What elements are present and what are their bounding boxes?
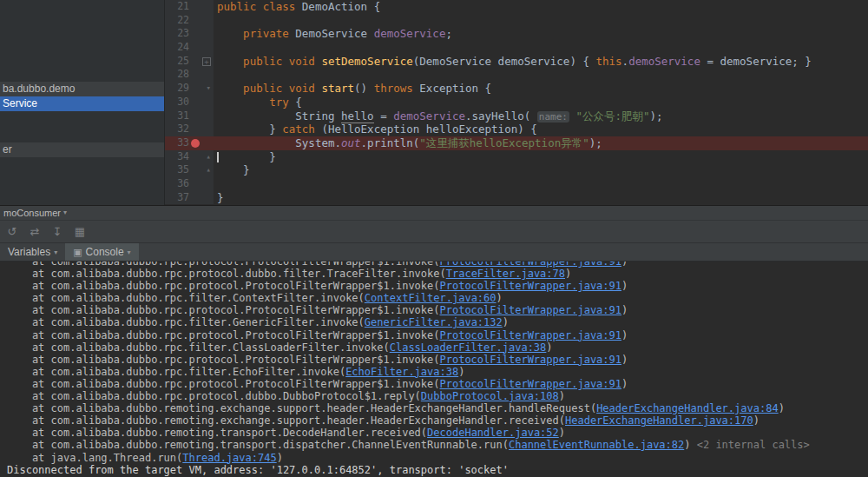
stack-frame-link[interactable]: HeaderExchangeHandler.java:170 [565, 414, 753, 427]
stack-frame-link[interactable]: ProtocolFilterWrapper.java:91 [440, 304, 622, 316]
code-line-text[interactable] [214, 177, 868, 191]
line-number: 22 [177, 14, 189, 28]
project-tree-panel[interactable]: ba.dubbo.demo Service er [0, 0, 165, 205]
stack-frame-link[interactable]: ClassLoaderFilter.java:38 [390, 341, 547, 354]
stack-frame-link[interactable]: ProtocolFilterWrapper.java:91 [440, 378, 622, 390]
editor-line: 34▴ } [165, 150, 868, 164]
editor-gutter[interactable]: 31 [165, 109, 214, 123]
code-line-text[interactable]: public class DemoAction { [214, 0, 868, 14]
stack-frame-text: at com.alibaba.dubbo.remoting.transport.… [7, 427, 427, 439]
fold-marker-icon[interactable]: ▴ [207, 150, 211, 164]
code-line-text[interactable] [214, 41, 868, 55]
code-line-text[interactable]: } [214, 150, 868, 164]
thread-dump-icon[interactable]: ▦ [73, 225, 87, 238]
breakpoint-icon[interactable] [191, 139, 200, 148]
debug-toolbar: ↺ ⇄ ↧ ▦ [0, 221, 868, 243]
stack-frame-link[interactable]: ProtocolFilterWrapper.java:91 [440, 262, 622, 268]
stack-frame-text: ) [621, 280, 628, 292]
tree-item-package[interactable]: ba.dubbo.demo [0, 82, 164, 96]
console-stack-line: at com.alibaba.dubbo.rpc.protocol.Protoc… [7, 304, 868, 316]
console-stack-line: at com.alibaba.dubbo.rpc.protocol.Protoc… [7, 329, 868, 341]
stack-frame-link[interactable]: ProtocolFilterWrapper.java:91 [440, 354, 622, 366]
tree-item-er[interactable]: er [0, 142, 164, 157]
code-line-text[interactable]: String hello = demoService.sayHello( nam… [214, 109, 868, 123]
editor-gutter[interactable]: 35▴ [165, 163, 214, 177]
editor-gutter[interactable]: 34▴ [165, 150, 214, 164]
stack-frame-link[interactable]: HeaderExchangeHandler.java:84 [596, 402, 779, 414]
editor-gutter[interactable]: 22 [165, 14, 214, 28]
tree-item-service[interactable]: Service [0, 96, 164, 111]
code-line-text[interactable]: private DemoService demoService; [214, 27, 868, 41]
stack-frame-link[interactable]: DubboProtocol.java:108 [421, 390, 559, 402]
code-line-text[interactable]: System.out.println("这里捕获helloException异常… [214, 136, 868, 150]
editor-gutter[interactable]: 21 [165, 0, 214, 14]
stack-frame-text: at com.alibaba.dubbo.rpc.protocol.Protoc… [7, 378, 440, 390]
line-number: 21 [177, 0, 189, 14]
code-line-text[interactable]: try { [214, 96, 868, 109]
code-line-text[interactable]: } [214, 191, 868, 205]
console-icon: ▣ [73, 247, 82, 258]
editor-line: 33 System.out.println("这里捕获helloExceptio… [165, 136, 868, 150]
editor-gutter[interactable]: 33 [165, 136, 214, 150]
stack-frame-text: ) [621, 329, 628, 341]
editor-line: 23 private DemoService demoService; [165, 27, 868, 41]
stack-frame-text: at com.alibaba.dubbo.rpc.protocol.Protoc… [7, 329, 440, 341]
console-output[interactable]: at com.alibaba.dubbo.rpc.protocol.Protoc… [0, 262, 868, 477]
debug-session-tab[interactable]: moConsumer [3, 206, 61, 220]
code-line-text[interactable]: public void start() throws Exception { [214, 82, 868, 96]
stack-frame-text: at com.alibaba.dubbo.remoting.exchange.s… [7, 414, 565, 427]
stack-frame-link[interactable]: ChannelEventRunnable.java:82 [509, 439, 684, 451]
fold-marker-icon[interactable]: ▾ [207, 82, 211, 96]
console-stack-line: at com.alibaba.dubbo.remoting.transport.… [7, 427, 868, 439]
code-line-text[interactable]: } catch (HelloException helloException) … [214, 123, 868, 136]
editor-gutter[interactable]: 29▾ [165, 82, 214, 96]
editor-gutter[interactable]: 32 [165, 123, 214, 136]
line-number: 31 [177, 109, 189, 123]
line-number: 37 [177, 191, 189, 205]
fold-marker-icon[interactable]: + [202, 57, 211, 66]
rerun-icon[interactable]: ↺ [5, 225, 19, 238]
code-line-text[interactable]: public void setDemoService(DemoService d… [214, 55, 868, 69]
stack-frame-link[interactable]: ProtocolFilterWrapper.java:91 [440, 280, 622, 292]
editor-gutter[interactable]: 25+ [165, 55, 214, 69]
console-stack-line: at com.alibaba.dubbo.remoting.exchange.s… [7, 414, 868, 427]
code-line-text[interactable]: } [214, 163, 868, 177]
editor-line: 37} [165, 191, 868, 205]
editor-line: 35▴ } [165, 163, 868, 177]
editor-gutter[interactable]: 36 [165, 177, 214, 191]
tab-variables[interactable]: Variables ▾ [0, 243, 65, 261]
console-stack-line: at com.alibaba.dubbo.rpc.filter.GenericF… [7, 316, 868, 328]
stack-frame-text: at com.alibaba.dubbo.rpc.protocol.Protoc… [7, 354, 440, 366]
debug-view-tabs: Variables ▾ ▣ Console ▾ [0, 243, 868, 262]
stack-frame-link[interactable]: EchoFilter.java:38 [345, 366, 458, 378]
code-line-text[interactable] [214, 14, 868, 28]
stack-frame-text: at com.alibaba.dubbo.remoting.exchange.s… [7, 402, 596, 414]
step-down-icon[interactable]: ↧ [50, 225, 64, 238]
editor-gutter[interactable]: 28 [165, 68, 214, 82]
code-editor[interactable]: 21public class DemoAction {2223 private … [165, 0, 868, 205]
editor-gutter[interactable]: 24 [165, 41, 214, 55]
code-line-text[interactable] [214, 68, 868, 82]
stack-frame-text: at com.alibaba.dubbo.rpc.protocol.Protoc… [7, 262, 440, 268]
editor-gutter[interactable]: 30 [165, 96, 214, 109]
editor-gutter[interactable]: 23 [165, 27, 214, 41]
editor-lines: 21public class DemoAction {2223 private … [165, 0, 868, 204]
debug-session-header: moConsumer ▾ [0, 206, 868, 221]
restore-layout-icon[interactable]: ⇄ [28, 225, 42, 238]
chevron-down-icon: ▾ [63, 206, 67, 220]
stack-frame-link[interactable]: TraceFilter.java:78 [446, 268, 565, 280]
stack-frame-link[interactable]: DecodeHandler.java:52 [427, 427, 559, 439]
stack-frame-link[interactable]: ContextFilter.java:60 [365, 292, 496, 304]
console-stack-line: at com.alibaba.dubbo.remoting.exchange.s… [7, 402, 868, 414]
editor-gutter[interactable]: 37 [165, 191, 214, 205]
console-stack-line: at com.alibaba.dubbo.remoting.transport.… [7, 439, 868, 451]
stack-frame-link[interactable]: ProtocolFilterWrapper.java:91 [440, 329, 622, 341]
stack-frame-text: at java.lang.Thread.run( [7, 452, 182, 464]
fold-marker-icon[interactable]: ▴ [207, 163, 211, 177]
tab-console[interactable]: ▣ Console ▾ [65, 243, 138, 261]
line-number: 25 [177, 55, 189, 69]
stack-frame-text: ) [559, 427, 565, 439]
stack-frame-link[interactable]: Thread.java:745 [182, 452, 276, 464]
stack-frame-link[interactable]: GenericFilter.java:132 [365, 316, 503, 328]
line-number: 30 [177, 96, 189, 109]
